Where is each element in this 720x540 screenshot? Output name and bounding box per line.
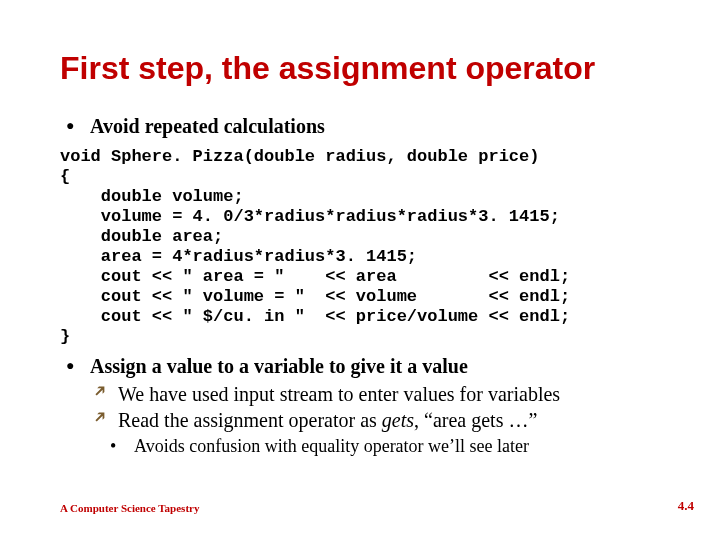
code-line: {	[60, 167, 70, 186]
slide: First step, the assignment operator Avoi…	[0, 0, 720, 540]
sub-bullet-gets: Read the assignment operator as gets, “a…	[118, 407, 660, 433]
code-line: cout << " $/cu. in " << price/volume << …	[60, 307, 570, 326]
slide-title: First step, the assignment operator	[60, 50, 660, 87]
code-line: cout << " area = " << area << endl;	[60, 267, 570, 286]
bullet-avoid-repeated: Avoid repeated calculations	[90, 113, 660, 139]
sub-bullet-input-stream: We have used input stream to enter value…	[118, 381, 660, 407]
sub-bullet-list: We have used input stream to enter value…	[90, 381, 660, 458]
code-line: void Sphere. Pizza(double radius, double…	[60, 147, 539, 166]
code-line: }	[60, 327, 70, 346]
bullet-list: Avoid repeated calculations	[60, 113, 660, 139]
code-block: void Sphere. Pizza(double radius, double…	[60, 147, 660, 347]
page-number: 4.4	[678, 498, 694, 514]
sub-bullet-gets-tail: , “area gets …”	[414, 409, 537, 431]
footer-text: A Computer Science Tapestry	[60, 502, 199, 514]
code-line: volume = 4. 0/3*radius*radius*radius*3. …	[60, 207, 560, 226]
code-line: area = 4*radius*radius*3. 1415;	[60, 247, 417, 266]
code-line: cout << " volume = " << volume << endl;	[60, 287, 570, 306]
code-line: double volume;	[60, 187, 244, 206]
sub-bullet-gets-lead: Read the assignment operator as	[118, 409, 382, 431]
bullet-assign-value-text: Assign a value to a variable to give it …	[90, 355, 468, 377]
bullet-list-2: Assign a value to a variable to give it …	[60, 353, 660, 458]
sub-bullet-gets-word: gets	[382, 409, 414, 431]
bullet-assign-value: Assign a value to a variable to give it …	[90, 353, 660, 458]
code-line: double area;	[60, 227, 223, 246]
sub-bullet-avoids-confusion: Avoids confusion with equality operator …	[118, 435, 660, 458]
